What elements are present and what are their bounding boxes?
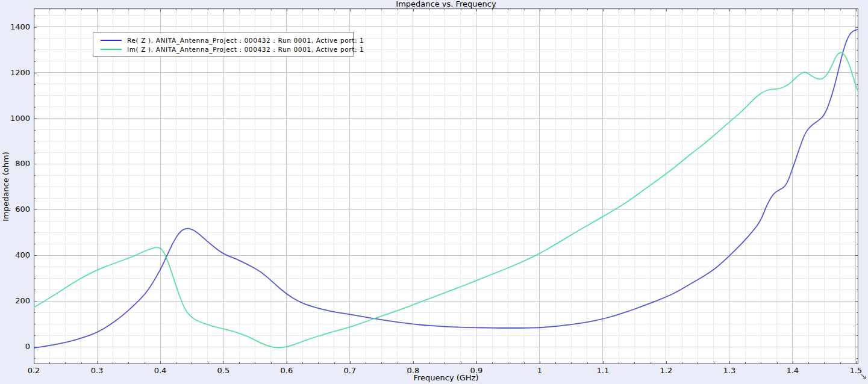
legend-label-re: Re( Z ), ANITA_Antenna_Project : 000432 … xyxy=(127,37,364,44)
y-tick-label: 1400 xyxy=(2,22,30,31)
x-tick-label: 0.5 xyxy=(210,366,237,375)
legend-label-im: Im( Z ), ANITA_Antenna_Project : 000432 … xyxy=(127,46,364,53)
x-tick-label: 0.9 xyxy=(463,366,490,375)
im-z-line-swatch xyxy=(101,49,122,50)
legend-box: Re( Z ), ANITA_Antenna_Project : 000432 … xyxy=(93,32,354,57)
x-tick-label: 1.1 xyxy=(590,366,616,375)
x-tick-label: 0.2 xyxy=(20,366,47,375)
x-tick-label: 0.8 xyxy=(400,366,426,375)
x-tick-label: 0.4 xyxy=(147,366,173,375)
legend-entry-re: Re( Z ), ANITA_Antenna_Project : 000432 … xyxy=(99,36,353,45)
x-tick-label: 1 xyxy=(526,366,553,375)
y-tick-label: 800 xyxy=(2,159,30,168)
x-tick-label: 0.7 xyxy=(337,366,363,375)
y-tick-label: 1200 xyxy=(2,68,30,77)
chart-title: Impedance vs. Frequency xyxy=(34,0,858,8)
x-tick-label: 1.3 xyxy=(716,366,743,375)
impedance-chart-window: Impedance vs. Frequency Impedance (ohm) … xyxy=(0,0,868,384)
mouse-cursor-icon xyxy=(860,370,868,381)
y-tick-label: 400 xyxy=(2,250,30,259)
re-z-line-swatch xyxy=(101,40,122,41)
y-tick-label: 200 xyxy=(2,296,30,305)
y-tick-label: 0 xyxy=(2,342,30,351)
legend-entry-im: Im( Z ), ANITA_Antenna_Project : 000432 … xyxy=(99,45,353,54)
plot-area[interactable] xyxy=(34,8,858,364)
y-tick-label: 1000 xyxy=(2,114,30,123)
x-tick-label: 1.4 xyxy=(779,366,806,375)
re-z-curve xyxy=(34,29,858,348)
x-tick-label: 1.2 xyxy=(653,366,679,375)
x-tick-label: 0.3 xyxy=(84,366,110,375)
y-tick-label: 600 xyxy=(2,205,30,214)
im-z-curve xyxy=(34,52,858,347)
x-tick-label: 0.6 xyxy=(273,366,300,375)
